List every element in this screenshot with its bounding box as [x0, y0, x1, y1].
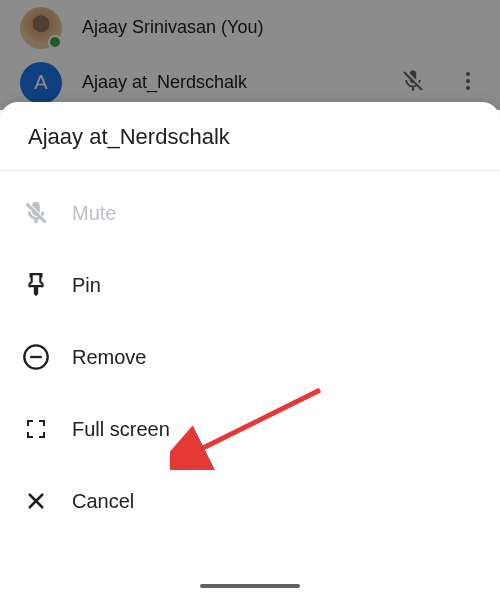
menu-label: Pin [72, 274, 101, 297]
remove-icon [22, 343, 50, 371]
close-icon [22, 487, 50, 515]
mute-button: Mute [0, 177, 500, 249]
sheet-title: Ajaay at_Nerdschalk [28, 124, 472, 150]
pin-button[interactable]: Pin [0, 249, 500, 321]
fullscreen-icon [22, 415, 50, 443]
menu-label: Cancel [72, 490, 134, 513]
home-indicator [200, 584, 300, 588]
fullscreen-button[interactable]: Full screen [0, 393, 500, 465]
dim-overlay [0, 0, 500, 110]
pin-icon [22, 271, 50, 299]
menu-list: Mute Pin Remove [0, 171, 500, 543]
remove-button[interactable]: Remove [0, 321, 500, 393]
menu-label: Remove [72, 346, 146, 369]
menu-label: Full screen [72, 418, 170, 441]
sheet-header: Ajaay at_Nerdschalk [0, 102, 500, 171]
cancel-button[interactable]: Cancel [0, 465, 500, 537]
mic-muted-icon [22, 199, 50, 227]
menu-label: Mute [72, 202, 116, 225]
bottom-sheet: Ajaay at_Nerdschalk Mute Pin [0, 102, 500, 598]
